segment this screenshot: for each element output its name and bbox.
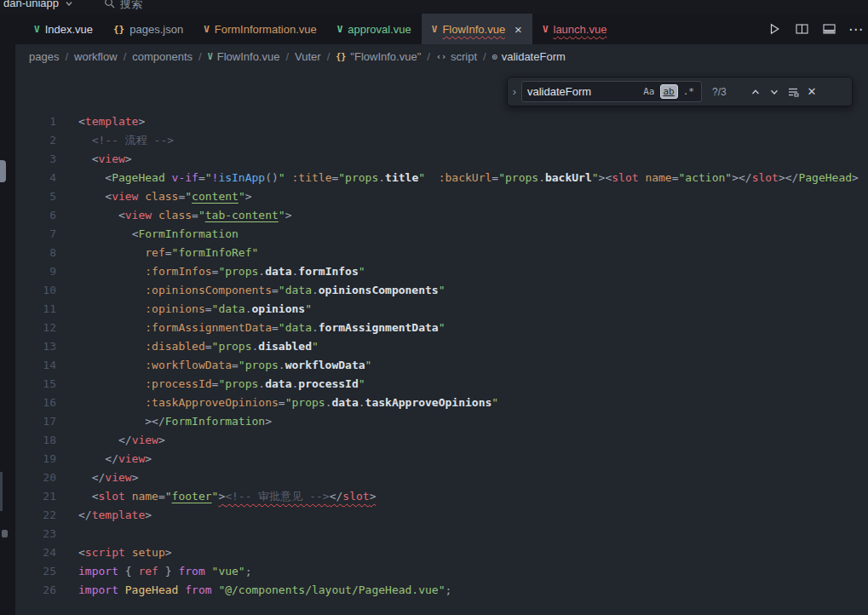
code-line[interactable]: 13 :disabled="props.disabled" (15, 337, 868, 356)
breadcrumb-item-FlowInfo.vue[interactable]: {}"FlowInfo.vue" (336, 50, 421, 63)
line-number: 18 (15, 431, 56, 450)
close-icon: ✕ (808, 85, 817, 98)
close-find-button[interactable]: ✕ (802, 83, 821, 101)
code-line[interactable]: 17 ></FormInformation> (15, 412, 868, 431)
breadcrumb-item-workflow[interactable]: workflow (74, 50, 118, 63)
line-content: <view class="content"> (78, 187, 252, 206)
code-line[interactable]: 5 <view class="content"> (15, 187, 868, 206)
breadcrumb-item-FlowInfo.vue[interactable]: VFlowInfo.vue (208, 50, 280, 63)
line-number: 15 (15, 375, 56, 394)
line-number: 16 (15, 394, 56, 412)
line-number: 14 (15, 356, 56, 375)
vue-icon: V (34, 24, 40, 35)
more-actions-button[interactable]: ⋯ (846, 19, 866, 39)
line-number: 19 (15, 450, 56, 468)
breadcrumb-item-validateForm[interactable]: ⊙validateForm (492, 50, 566, 63)
code-line[interactable]: 22</template> (15, 506, 868, 525)
code-line[interactable]: 24<script setup> (15, 543, 868, 562)
tab-launch.vue[interactable]: Vlaunch.vue (532, 14, 618, 44)
breadcrumb-item-Vuter[interactable]: Vuter (295, 50, 321, 63)
breadcrumb-item-pages[interactable]: pages (29, 50, 59, 63)
search-bar[interactable]: 搜索 (104, 0, 142, 12)
line-number: 26 (15, 581, 56, 600)
line-content: import PageHead from "@/components/layou… (78, 581, 451, 600)
line-content: </view> (78, 431, 165, 450)
line-content: :opinionsComponents="data.opinionsCompon… (78, 281, 445, 300)
code-line[interactable]: 8 ref="formInfoRef" (15, 244, 868, 262)
search-label: 搜索 (120, 0, 142, 12)
code-line[interactable]: 25import { ref } from "vue"; (15, 562, 868, 581)
code-line[interactable]: 9 :formInfos="props.data.formInfos" (15, 262, 868, 281)
line-number: 20 (15, 468, 56, 487)
code-line[interactable]: 23 (15, 525, 868, 543)
chevron-up-icon (750, 87, 761, 97)
code-line[interactable]: 10 :opinionsComponents="data.opinionsCom… (15, 281, 868, 300)
line-content: </template> (78, 506, 152, 525)
breadcrumb-item-components[interactable]: components (132, 50, 193, 63)
previous-match-button[interactable] (746, 83, 765, 101)
code-area[interactable]: 1<template>2 <!-- 流程 -->3 <view>4 <PageH… (15, 68, 868, 600)
tab-Index.vue[interactable]: VIndex.vue (24, 14, 103, 44)
close-icon[interactable]: × (514, 23, 522, 36)
line-number: 3 (15, 150, 56, 169)
line-content: <!-- 流程 --> (78, 131, 174, 150)
code-line[interactable]: 2 <!-- 流程 --> (15, 131, 868, 150)
run-button[interactable] (764, 19, 785, 39)
layout-button[interactable] (819, 19, 839, 39)
breadcrumb-separator: / (285, 50, 289, 63)
find-input[interactable] (526, 84, 637, 99)
split-editor-icon (796, 23, 808, 35)
find-options: Aaab.* (640, 84, 698, 99)
code-line[interactable]: 21 <slot name="footer"><!-- 审批意见 --></sl… (15, 487, 868, 506)
breadcrumb-item-script[interactable]: ‹›script (436, 50, 477, 63)
code-line[interactable]: 14 :workflowData="props.workflowData" (15, 356, 868, 375)
sidebar-fragment (2, 530, 8, 537)
tab-FormInformation.vue[interactable]: VFormInformation.vue (193, 14, 327, 44)
line-content: import { ref } from "vue"; (78, 562, 252, 581)
find-in-selection-button[interactable] (784, 83, 802, 101)
code-line[interactable]: 1<template> (15, 112, 868, 131)
find-results-count: ?/3 (712, 86, 739, 98)
code-line[interactable]: 4 <PageHead v-if="!isInApp()" :title="pr… (15, 169, 868, 187)
code-line[interactable]: 15 :processId="props.data.processId" (15, 375, 868, 394)
tab-label: FormInformation.vue (215, 23, 317, 36)
regex-toggle[interactable]: .* (680, 84, 698, 99)
whole-word-toggle[interactable]: ab (660, 84, 678, 99)
code-line[interactable]: 11 :opinions="data.opinions" (15, 300, 868, 319)
split-editor-button[interactable] (791, 19, 812, 39)
sidebar-cut-strip (0, 14, 15, 615)
line-content: :taskApproveOpinions="props.data.taskApp… (78, 394, 498, 412)
tab-label: launch.vue (554, 23, 607, 36)
line-content: <slot name="footer"><!-- 审批意见 --></slot> (78, 487, 376, 506)
code-line[interactable]: 26import PageHead from "@/components/lay… (15, 581, 868, 600)
line-content: <FormInformation (78, 225, 239, 244)
line-content: <PageHead v-if="!isInApp()" :title="prop… (78, 169, 859, 187)
code-line[interactable]: 19 </view> (15, 450, 868, 468)
line-content: :formAssignmentData="data.formAssignment… (78, 319, 445, 337)
toggle-replace-chevron-icon[interactable]: › (508, 85, 521, 98)
code-line[interactable]: 12 :formAssignmentData="data.formAssignm… (15, 319, 868, 337)
next-match-button[interactable] (765, 83, 784, 101)
tab-pages.json[interactable]: {}pages.json (103, 14, 193, 44)
breadcrumb-label: script (451, 50, 477, 63)
line-number: 17 (15, 412, 56, 431)
tab-FlowInfo.vue[interactable]: VFlowInfo.vue× (422, 14, 532, 44)
line-number: 10 (15, 281, 56, 300)
tab-approval.vue[interactable]: Vapproval.vue (327, 14, 422, 44)
line-number: 23 (15, 525, 56, 543)
match-case-toggle[interactable]: Aa (640, 84, 658, 99)
line-number: 25 (15, 562, 56, 581)
code-line[interactable]: 16 :taskApproveOpinions="props.data.task… (15, 394, 868, 412)
code-line[interactable]: 20 </view> (15, 468, 868, 487)
line-content: :disabled="props.disabled" (78, 337, 319, 356)
breadcrumb-separator: / (65, 50, 68, 63)
code-line[interactable]: 18 </view> (15, 431, 868, 450)
tab-label: approval.vue (348, 23, 411, 36)
tab-bar: VIndex.vue{}pages.jsonVFormInformation.v… (15, 14, 868, 44)
breadcrumb-label: workflow (74, 50, 118, 63)
project-menu[interactable]: dan-uniapp (3, 0, 73, 10)
code-line[interactable]: 3 <view> (15, 150, 868, 169)
code-line[interactable]: 6 <view class="tab-content"> (15, 206, 868, 225)
code-line[interactable]: 7 <FormInformation (15, 225, 868, 244)
line-content: <view> (78, 150, 132, 169)
